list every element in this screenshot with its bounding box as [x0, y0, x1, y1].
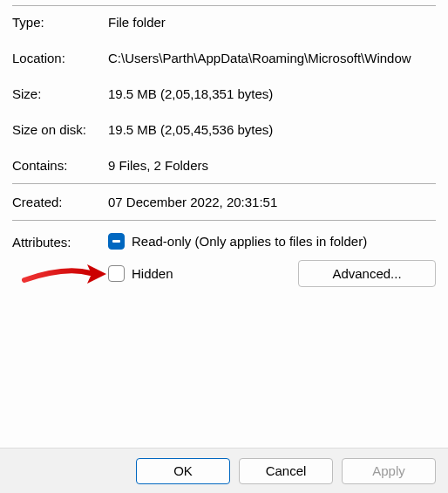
hidden-checkbox[interactable] [108, 265, 125, 282]
readonly-row: Read-only (Only applies to files in fold… [108, 233, 436, 250]
annotation-arrow-icon [21, 259, 108, 289]
cancel-button[interactable]: Cancel [239, 458, 333, 484]
label-size: Size: [12, 86, 108, 101]
dialog-footer: OK Cancel Apply [0, 448, 448, 493]
readonly-checkbox[interactable] [108, 233, 125, 250]
value-size: 19.5 MB (2,05,18,351 bytes) [108, 86, 436, 101]
divider [12, 5, 436, 6]
value-contains: 9 Files, 2 Folders [108, 158, 436, 173]
readonly-label: Read-only (Only applies to files in fold… [132, 234, 367, 249]
value-location: C:\Users\Parth\AppData\Roaming\Microsoft… [108, 51, 436, 65]
row-size-on-disk: Size on disk: 19.5 MB (2,05,45,536 bytes… [12, 122, 436, 137]
label-created: Created: [12, 195, 108, 209]
row-contains: Contains: 9 Files, 2 Folders [12, 158, 436, 173]
divider [12, 183, 436, 184]
value-created: 07 December 2022, 20:31:51 [108, 195, 436, 209]
row-type: Type: File folder [12, 15, 436, 30]
value-type: File folder [108, 15, 436, 30]
row-location: Location: C:\Users\Parth\AppData\Roaming… [12, 51, 436, 65]
apply-button[interactable]: Apply [342, 458, 436, 484]
indeterminate-icon [112, 240, 120, 243]
label-contains: Contains: [12, 158, 108, 173]
row-created: Created: 07 December 2022, 20:31:51 [12, 195, 436, 209]
attributes-section: Attributes: Read-only (Only applies to f… [12, 233, 436, 287]
advanced-button[interactable]: Advanced... [298, 260, 436, 287]
divider [12, 220, 436, 221]
value-size-on-disk: 19.5 MB (2,05,45,536 bytes) [108, 122, 436, 137]
label-location: Location: [12, 51, 108, 65]
label-attributes: Attributes: [12, 233, 108, 250]
label-size-on-disk: Size on disk: [12, 122, 108, 137]
hidden-label: Hidden [132, 266, 173, 281]
hidden-row: Hidden Advanced... [108, 260, 436, 287]
row-size: Size: 19.5 MB (2,05,18,351 bytes) [12, 86, 436, 101]
ok-button[interactable]: OK [136, 458, 230, 484]
label-type: Type: [12, 15, 108, 30]
